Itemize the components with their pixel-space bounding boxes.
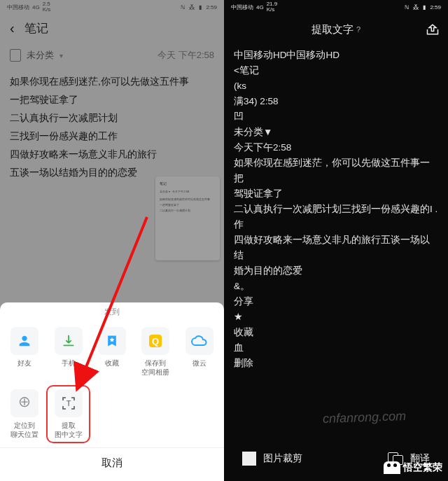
crop-button[interactable]: 图片裁剪 <box>242 452 302 466</box>
share-sheet-title: 发到 <box>0 302 224 320</box>
page-title: 提取文字 <box>312 23 354 36</box>
text-line: 今天下午2:58 <box>234 140 438 155</box>
text-line: ★ <box>234 309 438 325</box>
share-label: 提取 图中文字 <box>55 421 83 439</box>
translate-icon <box>388 452 403 465</box>
share-icon[interactable] <box>426 23 440 36</box>
text-line: 血 <box>234 340 438 356</box>
share-label: 收藏 <box>105 358 119 368</box>
text-line: (ks <box>234 78 438 94</box>
speed-label: 21.9 K/s <box>267 1 278 13</box>
share-row-1: 好友 手机 收藏 Q 保存到 空间相册 微云 <box>0 320 224 382</box>
share-friends[interactable]: 好友 <box>3 323 46 381</box>
share-locate[interactable]: 定位到 聊天位置 <box>3 385 46 443</box>
text-line: <笔记 <box>234 63 438 78</box>
share-label: 微云 <box>192 358 206 368</box>
share-weiyun[interactable]: 微云 <box>178 323 221 381</box>
share-label: 保存到 空间相册 <box>141 358 169 377</box>
text-line: 凹 <box>234 109 438 125</box>
text-line: 未分类▼ <box>234 125 438 140</box>
battery-icon: ▮ <box>423 4 426 11</box>
status-bar: 中国移动 4G 21.9 K/s ℕ ⁂ ▮ 2:59 <box>224 0 448 14</box>
crop-label: 图片裁剪 <box>263 452 302 465</box>
share-label: 好友 <box>18 358 31 368</box>
svg-text:Q: Q <box>152 336 159 347</box>
cloud-icon <box>190 334 209 348</box>
share-sheet: 发到 好友 手机 收藏 Q 保存到 空间相册 微云 <box>0 302 224 481</box>
share-phone[interactable]: 手机 <box>46 323 90 381</box>
share-qzone[interactable]: Q 保存到 空间相册 <box>134 323 177 381</box>
share-extract-text[interactable]: T 提取 图中文字 <box>46 385 90 443</box>
extracted-text[interactable]: 中国移动HD中国移动HD <笔记 (ks 满34) 2:58 凹 未分类▼ 今天… <box>224 45 448 374</box>
text-line: 如果你现在感到迷茫，你可以先做这五件事一把 <box>234 155 438 186</box>
nfc-icon: ℕ <box>405 4 409 11</box>
help-icon[interactable]: ? <box>356 25 360 34</box>
locate-icon <box>17 396 32 411</box>
cancel-button[interactable]: 取消 <box>0 447 224 477</box>
text-line: &。 <box>234 279 438 294</box>
text-line: 删除 <box>234 356 438 371</box>
crop-icon <box>242 452 256 466</box>
bluetooth-icon: ⁂ <box>413 4 419 11</box>
share-row-2: 定位到 聊天位置 T 提取 图中文字 <box>0 382 224 445</box>
text-line: 婚为目的的恋爱 <box>234 263 438 279</box>
download-icon <box>61 333 76 349</box>
extract-header: 提取文字 ? <box>224 14 448 45</box>
text-line: 满34) 2:58 <box>234 94 438 109</box>
translate-label: 翻译 <box>410 452 430 465</box>
text-line: 驾驶证拿了 <box>234 186 438 202</box>
network-label: 4G <box>256 4 264 11</box>
translate-button[interactable]: 翻译 <box>388 452 430 465</box>
watermark-url: cnfanrong.com <box>323 409 407 426</box>
text-line: 中国移动HD中国移动HD <box>234 48 438 63</box>
svg-text:T: T <box>66 399 71 407</box>
text-line: 作 <box>234 217 438 232</box>
clock-label: 2:59 <box>430 4 441 11</box>
text-line: 收藏 <box>234 325 438 340</box>
share-label: 定位到 聊天位置 <box>10 421 38 439</box>
text-line: 二认真执行一次减肥计划三找到一份感兴趣的I . <box>234 202 438 217</box>
bottom-toolbar: 图片裁剪 翻译 <box>224 442 448 475</box>
share-favorite[interactable]: 收藏 <box>90 323 134 381</box>
text-line: 分享 <box>234 294 438 309</box>
carrier-label: 中国移动 <box>231 4 253 11</box>
ocr-icon: T <box>60 395 77 412</box>
person-icon <box>17 333 32 349</box>
text-line: 四做好攻略来一场意义非凡的旅行五谈一场以结 <box>234 232 438 263</box>
qzone-icon: Q <box>147 333 164 349</box>
share-label: 手机 <box>62 358 76 368</box>
bookmark-icon <box>105 333 119 349</box>
